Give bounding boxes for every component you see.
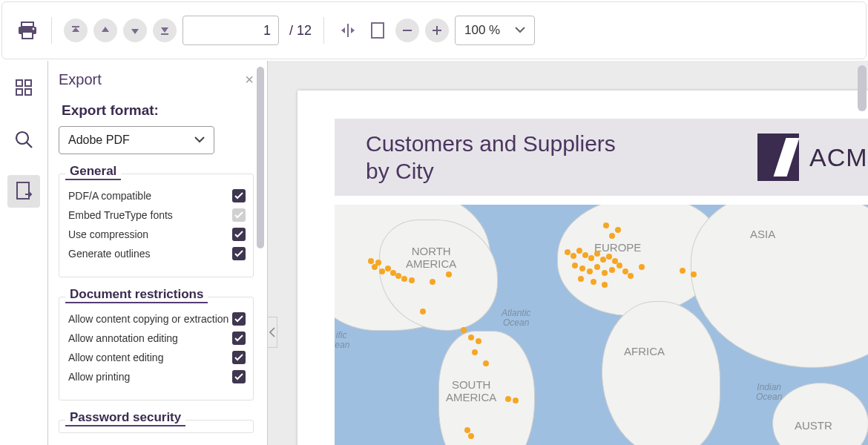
export-format-value: Adobe PDF — [68, 134, 130, 147]
opt-compress-checkbox[interactable] — [232, 228, 246, 241]
map-label-sa: SOUTH AMERICA — [446, 379, 496, 403]
thumbnails-tab[interactable] — [7, 71, 40, 104]
map-label-eu: EUROPE — [594, 242, 641, 254]
group-restrictions: Document restrictions Allow content copy… — [59, 297, 254, 400]
opt-pdfa-checkbox[interactable] — [232, 189, 246, 202]
chevron-down-icon — [515, 27, 525, 34]
preview-scrollbar[interactable] — [858, 65, 867, 436]
svg-rect-17 — [17, 182, 29, 199]
map-label-austr: AUSTR — [795, 420, 832, 432]
opt-outlines-label: Generate outlines — [68, 248, 151, 260]
export-panel-title: Export — [59, 71, 102, 88]
first-page-button[interactable] — [64, 19, 88, 42]
opt-pdfa-label: PDF/A compatible — [68, 190, 151, 202]
print-button[interactable] — [16, 19, 39, 42]
left-rail — [0, 61, 47, 445]
opt-embed-checkbox[interactable] — [232, 208, 246, 222]
svg-rect-11 — [16, 80, 22, 86]
group-password-title: Password security — [65, 410, 185, 426]
map-label-af: AFRICA — [624, 346, 665, 358]
prev-page-button[interactable] — [93, 19, 117, 42]
opt-edit-checkbox[interactable] — [232, 351, 246, 364]
opt-edit-label: Allow content editing — [68, 352, 163, 363]
svg-rect-0 — [22, 22, 33, 27]
opt-annot-checkbox[interactable] — [232, 332, 246, 345]
fit-page-button[interactable] — [366, 19, 389, 42]
next-page-button[interactable] — [123, 19, 147, 42]
map-label-atlantic: Atlantic Ocean — [502, 309, 530, 328]
preview-area: Customers and Suppliersby City ACMI NORT… — [267, 61, 868, 445]
zoom-in-button[interactable] — [425, 19, 449, 42]
svg-rect-13 — [16, 89, 22, 95]
group-general: General PDF/A compatible Embed TrueType … — [59, 174, 254, 277]
zoom-select[interactable]: 100 % — [455, 16, 535, 45]
export-format-label: Export format: — [62, 102, 254, 119]
svg-point-15 — [16, 132, 28, 144]
svg-rect-12 — [25, 80, 31, 86]
report-page: Customers and Suppliersby City ACMI NORT… — [297, 90, 868, 445]
page-total-label: / 12 — [289, 23, 312, 39]
svg-rect-10 — [436, 26, 438, 35]
opt-annot-label: Allow annotation editing — [68, 332, 178, 344]
svg-rect-5 — [161, 33, 168, 35]
zoom-value: 100 % — [464, 23, 500, 38]
opt-compress-label: Use compression — [68, 228, 148, 240]
opt-copy-checkbox[interactable] — [232, 312, 246, 326]
collapse-panel-handle[interactable] — [267, 317, 277, 348]
opt-print-label: Allow printing — [68, 371, 130, 383]
svg-rect-6 — [347, 24, 349, 37]
opt-outlines-checkbox[interactable] — [232, 247, 246, 260]
report-header: Customers and Suppliersby City ACMI — [335, 119, 868, 196]
separator — [323, 17, 324, 44]
group-password: Password security — [59, 420, 254, 433]
map-label-indian: Indian Ocean — [756, 383, 782, 402]
chevron-down-icon — [194, 136, 205, 144]
export-panel: Export × Export format: Adobe PDF Genera… — [47, 61, 267, 445]
map-label-na: NORTH AMERICA — [406, 245, 456, 270]
last-page-button[interactable] — [153, 19, 177, 42]
page-number-input[interactable] — [183, 16, 279, 45]
map-label-pacific-cut: ific 'ean — [335, 331, 349, 350]
export-tab[interactable] — [7, 175, 40, 208]
close-panel-button[interactable]: × — [245, 71, 254, 88]
toolbar: / 12 100 % — [1, 1, 867, 59]
search-tab[interactable] — [7, 123, 40, 156]
group-restrictions-title: Document restrictions — [65, 287, 208, 303]
svg-rect-2 — [22, 32, 33, 39]
separator — [51, 17, 52, 44]
group-general-title: General — [65, 164, 121, 180]
map-label-as: ASIA — [750, 228, 775, 241]
svg-rect-4 — [72, 26, 79, 27]
svg-rect-8 — [403, 30, 412, 31]
svg-line-16 — [27, 142, 32, 148]
opt-copy-label: Allow content copying or extraction — [68, 313, 228, 325]
report-title: Customers and Suppliersby City — [366, 130, 616, 185]
brand-logo: ACMI — [757, 134, 868, 181]
svg-point-3 — [33, 28, 35, 30]
fit-width-button[interactable] — [336, 19, 360, 42]
export-panel-scrollbar[interactable] — [257, 67, 264, 430]
export-format-select[interactable]: Adobe PDF — [59, 126, 214, 154]
opt-print-checkbox[interactable] — [232, 370, 246, 383]
world-map: NORTH AMERICA SOUTH AMERICA EUROPE AFRIC… — [335, 205, 868, 445]
opt-embed-label: Embed TrueType fonts — [68, 209, 173, 221]
logo-icon — [757, 134, 799, 181]
svg-rect-14 — [25, 89, 31, 95]
zoom-out-button[interactable] — [395, 19, 419, 42]
